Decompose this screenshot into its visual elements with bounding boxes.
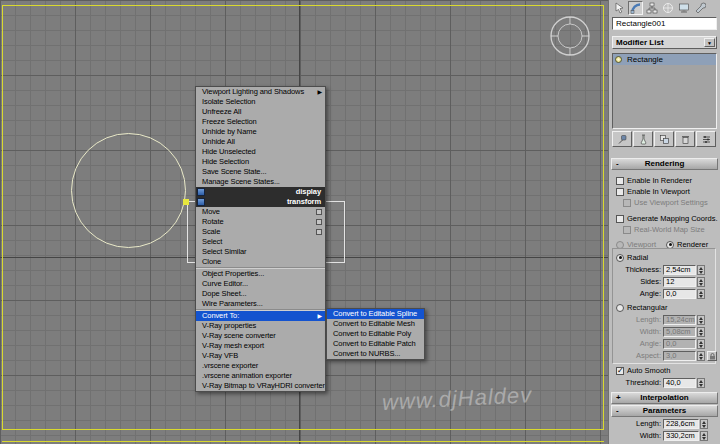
submenu-item-editable-patch[interactable]: Convert to Editable Patch: [327, 339, 424, 349]
rect-width-label: Width:: [611, 327, 661, 337]
dropdown-arrow-icon[interactable]: ▼: [704, 38, 715, 47]
menu-item-convert-to[interactable]: Convert To:▶: [196, 311, 325, 321]
menu-item-scale[interactable]: Scale: [196, 227, 325, 237]
menu-item-save-scene-state[interactable]: Save Scene State...: [196, 167, 325, 177]
checkbox-label: Real-World Map Size: [634, 225, 705, 234]
rect-length-field: 15,24cm: [663, 315, 696, 325]
menu-item-dope-sheet[interactable]: Dope Sheet...: [196, 289, 325, 299]
menu-item-wire-parameters[interactable]: Wire Parameters...: [196, 299, 325, 309]
checkbox-label: Generate Mapping Coords.: [627, 214, 717, 223]
submenu-item-editable-mesh[interactable]: Convert to Editable Mesh: [327, 319, 424, 329]
menu-item-manage-scene-states[interactable]: Manage Scene States...: [196, 177, 325, 187]
menu-item-label: Convert To:: [202, 311, 239, 320]
sides-spinner[interactable]: [697, 277, 705, 287]
angle-field[interactable]: 0,0: [663, 289, 696, 299]
modify-tab-icon[interactable]: [628, 1, 643, 15]
modifier-stack[interactable]: Rectangle: [612, 53, 717, 129]
radial-radio-row: Radial: [616, 253, 648, 262]
utilities-tab-icon[interactable]: [692, 1, 707, 15]
menu-item-viewport-lighting[interactable]: Viewport Lighting and Shadows▶: [196, 87, 325, 97]
generate-mapping-coords-row: Generate Mapping Coords.: [616, 214, 717, 223]
viewport-navigation-gizmo-icon[interactable]: [547, 13, 593, 59]
expand-icon: +: [616, 393, 621, 403]
menu-item-move[interactable]: Move: [196, 207, 325, 217]
enable-in-viewport-checkbox[interactable]: [616, 188, 624, 196]
menu-item-freeze-selection[interactable]: Freeze Selection: [196, 117, 325, 127]
angle-spinner[interactable]: [697, 289, 705, 299]
remove-modifier-icon[interactable]: [675, 131, 695, 147]
viewport-canvas[interactable]: www.djHaldev Viewport Lighting and Shado…: [0, 0, 608, 444]
object-name-field[interactable]: Rectangle001: [612, 17, 717, 30]
menu-item-vray-bitmap-converter[interactable]: V-Ray Bitmap to VRayHDRI converter: [196, 381, 325, 391]
rect-width-row: Width: 5,08cm: [609, 327, 719, 337]
settings-box-icon[interactable]: [316, 229, 322, 235]
menu-item-vray-mesh-export[interactable]: V-Ray mesh export: [196, 341, 325, 351]
threshold-spinner[interactable]: [697, 378, 705, 388]
parameters-width-field[interactable]: 330,2cm: [663, 431, 699, 441]
menu-item-clone[interactable]: Clone: [196, 257, 325, 267]
sides-field[interactable]: 12: [663, 277, 696, 287]
menu-item-unhide-by-name[interactable]: Unhide by Name: [196, 127, 325, 137]
menu-item-vrscene-animation-exporter[interactable]: .vrscene animation exporter: [196, 371, 325, 381]
menu-item-vray-properties[interactable]: V-Ray properties: [196, 321, 325, 331]
parameters-length-field[interactable]: 228,6cm: [663, 419, 699, 429]
threshold-field[interactable]: 40,0: [663, 378, 696, 388]
rollout-title: Parameters: [643, 406, 687, 415]
display-tab-icon[interactable]: [676, 1, 691, 15]
configure-modifier-sets-icon[interactable]: [696, 131, 716, 147]
menu-item-label: Isolate Selection: [202, 97, 255, 106]
settings-box-icon[interactable]: [316, 209, 322, 215]
pin-stack-icon[interactable]: [612, 131, 632, 147]
rendering-rollout-header[interactable]: - Rendering: [611, 158, 718, 170]
menu-item-hide-selection[interactable]: Hide Selection: [196, 157, 325, 167]
modifier-list-dropdown[interactable]: Modifier List ▼: [612, 36, 717, 49]
menu-item-isolate-selection[interactable]: Isolate Selection: [196, 97, 325, 107]
menu-item-label: Manage Scene States...: [202, 177, 280, 186]
show-end-result-icon[interactable]: [633, 131, 653, 147]
rect-length-row: Length: 15,24cm: [609, 315, 719, 325]
motion-tab-icon[interactable]: [660, 1, 675, 15]
thickness-spinner[interactable]: [697, 265, 705, 275]
menu-item-label: Select Similar: [202, 247, 246, 256]
menu-item-hide-unselected[interactable]: Hide Unselected: [196, 147, 325, 157]
rect-length-spinner: [697, 315, 705, 325]
menu-item-select-similar[interactable]: Select Similar: [196, 247, 325, 257]
menu-item-curve-editor[interactable]: Curve Editor...: [196, 279, 325, 289]
enable-in-renderer-checkbox[interactable]: [616, 177, 624, 185]
submenu-item-editable-spline[interactable]: Convert to Editable Spline: [327, 309, 424, 319]
checkbox-label: Auto Smooth: [627, 366, 670, 375]
menu-item-object-properties[interactable]: Object Properties...: [196, 269, 325, 279]
menu-item-label: Unhide All: [202, 137, 235, 146]
interpolation-rollout-header[interactable]: + Interpolation: [611, 392, 718, 404]
parameters-width-spinner[interactable]: [700, 431, 708, 441]
aspect-lock-icon[interactable]: [707, 351, 717, 361]
rectangular-radio[interactable]: [616, 304, 624, 312]
menu-item-label: Convert to NURBS...: [333, 349, 400, 358]
parameters-length-spinner[interactable]: [700, 419, 708, 429]
auto-smooth-checkbox[interactable]: ✓: [616, 367, 624, 375]
menu-item-vray-scene-converter[interactable]: V-Ray scene converter: [196, 331, 325, 341]
enable-in-renderer-row: Enable In Renderer: [616, 176, 692, 185]
create-tab-icon[interactable]: [612, 1, 627, 15]
menu-item-unhide-all[interactable]: Unhide All: [196, 137, 325, 147]
menu-item-vrscene-exporter[interactable]: .vrscene exporter: [196, 361, 325, 371]
modifier-stack-item-rectangle[interactable]: Rectangle: [613, 54, 716, 65]
rect-angle-spinner: [697, 339, 705, 349]
parameters-length-row: Length: 228,6cm: [609, 419, 719, 429]
thickness-field[interactable]: 2,54cm: [663, 265, 696, 275]
submenu-item-editable-poly[interactable]: Convert to Editable Poly: [327, 329, 424, 339]
menu-item-vray-vfb[interactable]: V-Ray VFB: [196, 351, 325, 361]
enable-in-viewport-row: Enable In Viewport: [616, 187, 690, 196]
parameters-rollout-header[interactable]: - Parameters: [611, 405, 718, 417]
radial-radio[interactable]: [616, 254, 624, 262]
make-unique-icon[interactable]: [654, 131, 674, 147]
aspect-label: Aspect:: [611, 351, 661, 361]
submenu-item-nurbs[interactable]: Convert to NURBS...: [327, 349, 424, 359]
rect-angle-label: Angle:: [611, 339, 661, 349]
settings-box-icon[interactable]: [316, 219, 322, 225]
hierarchy-tab-icon[interactable]: [644, 1, 659, 15]
menu-item-unfreeze-all[interactable]: Unfreeze All: [196, 107, 325, 117]
menu-item-select[interactable]: Select: [196, 237, 325, 247]
menu-item-rotate[interactable]: Rotate: [196, 217, 325, 227]
generate-mapping-coords-checkbox[interactable]: [616, 215, 624, 223]
